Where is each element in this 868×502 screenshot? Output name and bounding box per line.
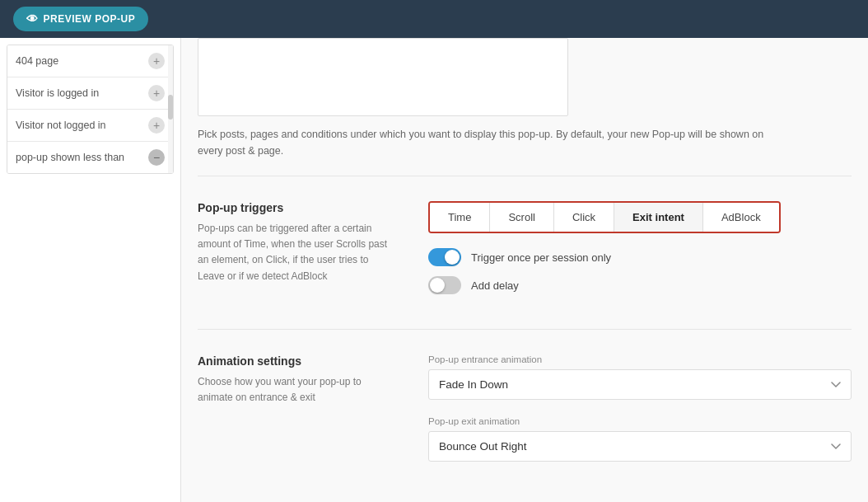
sidebar-items-wrap: 404 page + Visitor is logged in + Visito… [7, 45, 173, 173]
divider-1 [198, 176, 852, 176]
tab-time[interactable]: Time [430, 203, 490, 232]
list-item: Visitor not logged in + [7, 110, 173, 142]
animation-left: Animation settings Choose how you want y… [198, 354, 395, 478]
add-delay-toggle[interactable] [428, 276, 461, 294]
trigger-once-label: Trigger once per session only [471, 251, 611, 264]
main-content: 404 page + Visitor is logged in + Visito… [0, 38, 868, 502]
tab-scroll[interactable]: Scroll [490, 203, 554, 232]
toggle-slider-off [428, 276, 461, 294]
list-item: Visitor is logged in + [7, 77, 173, 110]
top-bar: 👁 PREVIEW POP-UP [0, 0, 868, 38]
toggle-trigger-once: Trigger once per session only [428, 248, 852, 266]
animation-description: Choose how you want your pop-up to anima… [198, 374, 395, 406]
eye-icon: 👁 [26, 12, 39, 26]
list-item-label: 404 page [16, 55, 58, 67]
exit-animation-label: Pop-up exit animation [428, 416, 852, 426]
add-condition-button[interactable]: + [148, 117, 165, 134]
divider-2 [198, 329, 852, 330]
triggers-section: Pop-up triggers Pop-ups can be triggered… [198, 193, 852, 312]
remove-condition-button[interactable]: − [148, 149, 165, 166]
preview-label: PREVIEW POP-UP [44, 13, 136, 25]
scrollbar-track[interactable] [168, 45, 173, 173]
add-condition-button[interactable]: + [148, 85, 165, 101]
triggers-description: Pop-ups can be triggered after a certain… [198, 221, 395, 284]
add-condition-button[interactable]: + [148, 53, 165, 69]
triggers-left: Pop-up triggers Pop-ups can be triggered… [198, 201, 395, 304]
toggle-knob [430, 278, 445, 293]
toggle-add-delay: Add delay [428, 276, 852, 294]
toggle-slider-on [428, 248, 461, 266]
sidebar: 404 page + Visitor is logged in + Visito… [0, 38, 181, 502]
list-item-label: pop-up shown less than [16, 152, 124, 163]
trigger-tabs: Time Scroll Click Exit intent AdBlock [428, 201, 781, 233]
list-item-label: Visitor is logged in [16, 87, 99, 99]
preview-popup-button[interactable]: 👁 PREVIEW POP-UP [13, 7, 148, 31]
exit-animation-select[interactable]: None Fade Out Fade Out Down Fade Out Up … [428, 431, 852, 462]
animation-title: Animation settings [198, 354, 395, 368]
list-item: 404 page + [7, 45, 173, 77]
animation-right: Pop-up entrance animation None Fade In F… [428, 354, 852, 478]
list-item-label: Visitor not logged in [16, 120, 106, 131]
tab-click[interactable]: Click [554, 203, 614, 232]
triggers-title: Pop-up triggers [198, 201, 395, 214]
animation-section: Animation settings Choose how you want y… [198, 346, 852, 486]
toggle-knob [445, 250, 460, 265]
content-area: Pick posts, pages and conditions under w… [181, 38, 868, 502]
triggers-right: Time Scroll Click Exit intent AdBlock Tr… [428, 201, 852, 304]
scrollbar-thumb[interactable] [168, 95, 173, 120]
conditions-description: Pick posts, pages and conditions under w… [198, 126, 774, 159]
trigger-once-toggle[interactable] [428, 248, 461, 266]
image-preview-box [198, 38, 568, 116]
entrance-animation-select[interactable]: None Fade In Fade In Down Fade In Up Fad… [428, 369, 852, 400]
tab-exit-intent[interactable]: Exit intent [614, 203, 703, 232]
tab-adblock[interactable]: AdBlock [703, 203, 779, 232]
add-delay-label: Add delay [471, 279, 519, 292]
entrance-animation-label: Pop-up entrance animation [428, 354, 852, 364]
list-item: pop-up shown less than − [7, 142, 173, 173]
sidebar-list-container: 404 page + Visitor is logged in + Visito… [7, 45, 174, 174]
